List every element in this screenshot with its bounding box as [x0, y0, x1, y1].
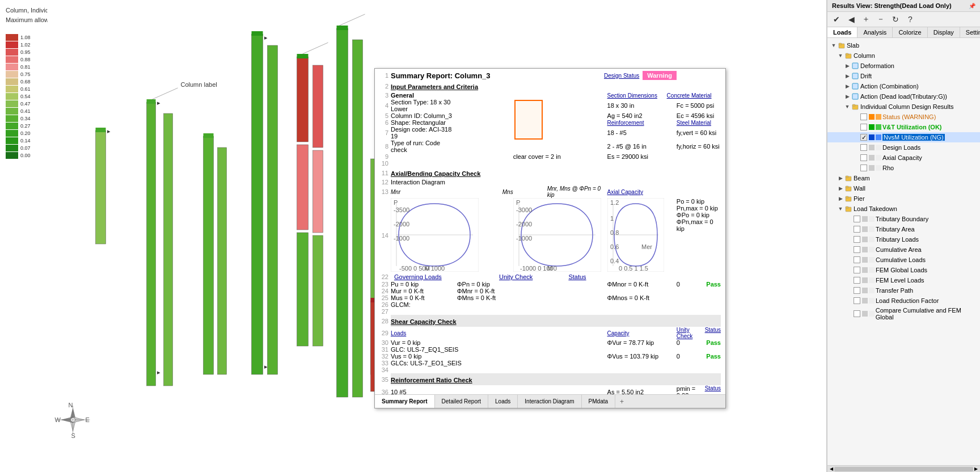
tree-item-cumulative-loads[interactable]: Cumulative Loads — [827, 255, 980, 265]
svg-rect-17 — [297, 57, 309, 142]
deformation-label: Deformation — [860, 62, 894, 69]
tree-item-wall[interactable]: ▶ Wall — [827, 183, 980, 193]
checkbox-tributary-boundary[interactable] — [854, 216, 860, 222]
checkbox-rho[interactable] — [860, 165, 867, 171]
no-expand-status — [852, 113, 860, 121]
expand-individual[interactable]: ▼ — [843, 103, 851, 111]
tree-item-load-reduction[interactable]: Load Reduction Factor — [827, 296, 980, 306]
expand-wall[interactable]: ▶ — [837, 184, 844, 192]
fem-level-label: FEM Level Loads — [876, 277, 924, 284]
tree-item-tributary-area[interactable]: Tributary Area — [827, 224, 980, 234]
tree-item-pier[interactable]: ▶ Pier — [827, 193, 980, 204]
tree-item-drift[interactable]: ▶ Drift — [827, 71, 980, 81]
report-tabs[interactable]: Summary Report Detailed Report Loads Int… — [375, 394, 725, 408]
tab-settings[interactable]: Settings — [960, 27, 980, 37]
folder-icon-wall — [844, 184, 852, 192]
tab-add[interactable]: + — [615, 395, 628, 408]
checkbox-tributary-area[interactable] — [854, 226, 860, 233]
checkbox-vt[interactable] — [860, 124, 867, 130]
refresh-icon[interactable]: ↻ — [890, 14, 901, 25]
checkbox-transfer-path[interactable] — [854, 287, 860, 294]
tab-loads[interactable]: Loads — [827, 27, 858, 37]
scroll-left-arrow[interactable]: ◀ — [829, 466, 834, 471]
tab-analysis[interactable]: Analysis — [858, 27, 893, 37]
tab-display[interactable]: Display — [928, 27, 960, 37]
expand-drift[interactable]: ▶ — [843, 72, 851, 80]
checkbox-status-warning[interactable] — [860, 113, 867, 120]
tree-item-vt-utilization[interactable]: V&T Utilization (OK) — [827, 122, 980, 132]
tree-item-tributary-loads[interactable]: Tributary Loads — [827, 234, 980, 245]
horizontal-scrollbar[interactable]: ◀ ▶ — [827, 465, 980, 472]
tree-item-fem-level[interactable]: FEM Level Loads — [827, 275, 980, 285]
tree-item-axial-capacity[interactable]: Axial Capacity — [827, 153, 980, 163]
tree-item-beam[interactable]: ▶ Beam — [827, 173, 980, 183]
svg-rect-81 — [846, 53, 848, 55]
svg-rect-8 — [164, 113, 173, 386]
svg-text:1.2: 1.2 — [610, 199, 619, 206]
add-icon[interactable]: ＋ — [860, 14, 872, 25]
checkbox-fem-global[interactable] — [854, 267, 860, 273]
tree-item-load-takedown[interactable]: ▼ Load Takedown — [827, 204, 980, 214]
svg-rect-93 — [846, 196, 848, 198]
tab-pmdata[interactable]: PMdata — [582, 395, 615, 408]
minus-icon[interactable]: － — [875, 14, 886, 25]
right-panel: Results View: Strength(Dead Load Only) 📌… — [827, 0, 980, 472]
help-icon[interactable]: ? — [905, 14, 916, 25]
tree-item-action-combination[interactable]: ▶ Action (Combination) — [827, 81, 980, 91]
tree-item-nvsm-utilization[interactable]: ✓ NvsM Utilization (NG) — [827, 132, 980, 142]
tab-detailed-report[interactable]: Detailed Report — [435, 395, 488, 408]
checkbox-cumulative-loads[interactable] — [854, 256, 860, 263]
checkbox-axial-capacity[interactable] — [860, 154, 867, 161]
checkbox-compare[interactable] — [854, 310, 860, 317]
svg-rect-89 — [846, 176, 848, 178]
expand-action-combo[interactable]: ▶ — [843, 82, 851, 90]
tab-summary-report[interactable]: Summary Report — [375, 395, 435, 408]
report-title: Summary Report: Column_3 — [391, 71, 491, 80]
tree-item-compare-cumulative[interactable]: Compare Cumulative and FEM Global — [827, 306, 980, 322]
tree-item-slab[interactable]: ▼ Slab — [827, 40, 980, 50]
svg-text:-3000: -3000 — [516, 206, 532, 213]
no-expand-design — [852, 144, 860, 151]
expand-column[interactable]: ▼ — [837, 52, 844, 60]
col-axial-cap — [484, 273, 496, 281]
back-icon[interactable]: ✔ — [831, 14, 842, 25]
tree-item-design-loads[interactable]: Design Loads — [827, 142, 980, 153]
tree-item-tributary-boundary[interactable]: Tributary Boundary — [827, 214, 980, 224]
grid-icon-action-combo — [851, 82, 859, 90]
svg-text:0.4: 0.4 — [610, 258, 619, 264]
tree-item-action-dead[interactable]: ▶ Action (Dead load(Tributary:G)) — [827, 91, 980, 102]
tree-item-status-warning[interactable]: Status (WARNING) — [827, 112, 980, 122]
tree-item-transfer-path[interactable]: Transfer Path — [827, 285, 980, 296]
checkbox-cumulative-area[interactable] — [854, 246, 860, 253]
tree-item-rho[interactable]: Rho — [827, 163, 980, 173]
tree-item-fem-global[interactable]: FEM Global Loads — [827, 265, 980, 275]
tree-item-individual-column[interactable]: ▼ Individual Column Design Results — [827, 102, 980, 112]
svg-text:E: E — [86, 416, 90, 423]
expand-action-dead[interactable]: ▶ — [843, 92, 851, 100]
expand-deformation[interactable]: ▶ — [843, 62, 851, 70]
scroll-right-arrow[interactable]: ▶ — [973, 466, 979, 471]
color2-transfer — [869, 288, 875, 293]
checkbox-design-loads[interactable] — [860, 144, 867, 151]
expand-slab[interactable]: ▼ — [830, 41, 838, 49]
tab-interaction-diagram[interactable]: Interaction Diagram — [518, 395, 581, 408]
checkbox-nvsm[interactable]: ✓ — [860, 134, 867, 141]
tree-item-cumulative-area[interactable]: Cumulative Area — [827, 245, 980, 255]
color2-status-warning — [876, 114, 881, 120]
expand-beam[interactable]: ▶ — [837, 174, 844, 182]
expand-pier[interactable]: ▶ — [837, 195, 844, 203]
undo-icon[interactable]: ◀ — [846, 14, 857, 25]
tree-item-column[interactable]: ▼ Column — [827, 50, 980, 61]
tree-item-deformation[interactable]: ▶ Deformation — [827, 61, 980, 71]
checkbox-load-reduction[interactable] — [854, 297, 860, 304]
tab-colorize[interactable]: Colorize — [893, 27, 927, 37]
color2-design-loads — [876, 145, 881, 150]
tab-loads[interactable]: Loads — [488, 395, 518, 408]
svg-text:Column label: Column label — [181, 81, 217, 88]
checkbox-tributary-loads[interactable] — [854, 236, 860, 243]
action-combination-label: Action (Combination) — [860, 83, 919, 90]
svg-text:0  0.5  1  1.5: 0 0.5 1 1.5 — [619, 265, 648, 272]
checkbox-fem-level[interactable] — [854, 277, 860, 284]
color2-trib-area — [869, 226, 875, 232]
expand-load-takedown[interactable]: ▼ — [837, 205, 844, 213]
